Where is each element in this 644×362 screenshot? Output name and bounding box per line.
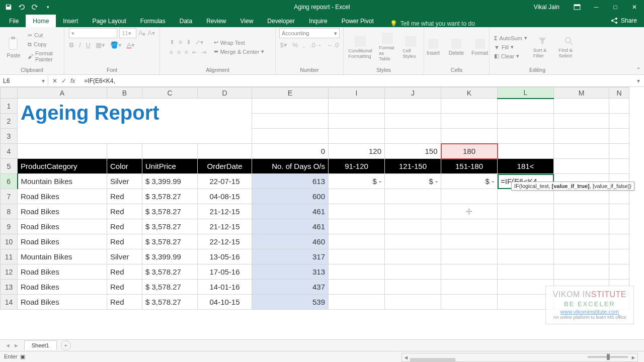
cell[interactable]: 22-07-15	[198, 174, 252, 189]
add-sheet-button[interactable]: +	[61, 340, 71, 350]
indent-dec-button[interactable]: ⇤	[192, 49, 197, 56]
row-header[interactable]: 3	[1, 129, 18, 144]
redo-button[interactable]	[29, 2, 40, 13]
merge-center-button[interactable]: ⬌Merge & Center▾	[212, 48, 266, 55]
tab-data[interactable]: Data	[173, 15, 199, 27]
col-header[interactable]: J	[385, 87, 441, 99]
row-header[interactable]: 12	[1, 264, 18, 280]
cell[interactable]: $ 3,399.99	[142, 174, 198, 189]
fill-button[interactable]: ▼Fill▾	[493, 43, 529, 51]
fx-icon[interactable]: fx	[70, 77, 78, 84]
tell-me-search[interactable]: 💡 Tell me what you want to do	[381, 20, 604, 27]
autosum-button[interactable]: ΣAutoSum▾	[493, 34, 529, 42]
row-header[interactable]: 4	[1, 144, 18, 159]
cell[interactable]: $ 3,578.27	[142, 234, 198, 249]
cell[interactable]: Road Bikes	[18, 264, 107, 280]
align-center-button[interactable]: ≡	[177, 49, 181, 56]
cell[interactable]: Red	[107, 204, 142, 219]
row-header[interactable]: 5	[1, 159, 18, 174]
cell[interactable]: Red	[107, 280, 142, 295]
macro-record-button[interactable]: ▣	[20, 353, 25, 359]
enter-formula-button[interactable]: ✓	[61, 77, 66, 84]
fill-color-button[interactable]: 🪣▾	[110, 41, 122, 49]
copy-button[interactable]: ⧉Copy	[26, 41, 61, 48]
paste-button[interactable]: Paste	[3, 35, 24, 59]
cell[interactable]: Road Bikes	[18, 280, 107, 295]
cell[interactable]: 539	[252, 295, 329, 310]
row-header[interactable]: 8	[1, 204, 18, 219]
cell[interactable]: 17-05-16	[198, 264, 252, 280]
percent-button[interactable]: %	[292, 41, 298, 49]
decrease-decimal-button[interactable]: ←.0	[327, 41, 339, 49]
cell[interactable]: Silver	[107, 174, 142, 189]
cell[interactable]: 21-12-15	[198, 204, 252, 219]
row-header[interactable]: 7	[1, 189, 18, 204]
shrink-font-button[interactable]: A▾	[148, 30, 155, 37]
formula-input[interactable]: =IF(E6<K4,	[82, 76, 633, 86]
col-header[interactable]: N	[609, 87, 629, 99]
number-format-select[interactable]: Accounting▾	[279, 28, 340, 38]
sheet-nav[interactable]: ◄►	[0, 342, 24, 348]
cell[interactable]: $ 3,578.27	[142, 280, 198, 295]
font-size-select[interactable]: 11▾	[119, 28, 136, 38]
cell[interactable]: Silver	[107, 249, 142, 264]
cell[interactable]: $ 3,578.27	[142, 264, 198, 280]
col-header[interactable]: B	[107, 87, 142, 99]
cell[interactable]: 21-12-15	[198, 219, 252, 234]
underline-button[interactable]: U	[86, 41, 91, 49]
minimize-button[interactable]: ─	[587, 0, 606, 14]
expand-formula-button[interactable]: ▾	[633, 77, 644, 84]
tab-view[interactable]: View	[233, 15, 261, 27]
cell[interactable]: 150	[385, 144, 441, 159]
undo-button[interactable]	[16, 2, 27, 13]
cell[interactable]: 22-12-15	[198, 234, 252, 249]
header-cell[interactable]: ProductCategory	[18, 159, 107, 174]
bold-button[interactable]: B	[69, 41, 73, 49]
row-header[interactable]: 1	[1, 99, 18, 114]
tab-review[interactable]: Review	[199, 15, 233, 27]
cell[interactable]: 04-08-15	[198, 189, 252, 204]
cell[interactable]: 613	[252, 174, 329, 189]
cell[interactable]: Road Bikes	[18, 234, 107, 249]
cell[interactable]: $ -	[385, 174, 441, 189]
cell[interactable]: Road Bikes	[18, 295, 107, 310]
comma-button[interactable]: ,	[303, 41, 305, 49]
column-headers[interactable]: A B C D E I J K L M N	[1, 87, 629, 99]
tab-power-pivot[interactable]: Power Pivot	[335, 15, 381, 27]
align-left-button[interactable]: ≡	[170, 49, 173, 56]
select-all-button[interactable]	[1, 87, 18, 99]
col-header[interactable]: A	[18, 87, 107, 99]
cell[interactable]: $ 3,399.99	[142, 249, 198, 264]
font-color-button[interactable]: A▾	[127, 41, 135, 49]
cell[interactable]: $ 3,578.27	[142, 204, 198, 219]
align-bottom-button[interactable]: ⬇	[186, 39, 191, 46]
col-header[interactable]: L	[498, 87, 554, 99]
cell-styles-button[interactable]: Cell Styles	[400, 35, 421, 60]
grow-font-button[interactable]: A▴	[138, 30, 145, 37]
cell[interactable]: Mountain Bikes	[18, 249, 107, 264]
sheet-grid[interactable]: A B C D E I J K L M N 1 Ageing Report 2 …	[0, 87, 629, 310]
col-header[interactable]: I	[329, 87, 385, 99]
tab-formulas[interactable]: Formulas	[133, 15, 173, 27]
cell-K4-referenced[interactable]: 180	[441, 144, 498, 159]
currency-button[interactable]: $▾	[280, 41, 287, 49]
row-header[interactable]: 11	[1, 249, 18, 264]
indent-inc-button[interactable]: ⇥	[201, 49, 206, 56]
header-cell[interactable]: OrderDate	[198, 159, 252, 174]
border-button[interactable]: ▦▾	[96, 41, 105, 49]
cell[interactable]: 0	[252, 144, 329, 159]
conditional-formatting-button[interactable]: Conditional Formatting	[346, 35, 375, 60]
cell[interactable]: 313	[252, 264, 329, 280]
align-middle-button[interactable]: ≡	[179, 39, 182, 46]
worksheet-area[interactable]: A B C D E I J K L M N 1 Ageing Report 2 …	[0, 87, 644, 339]
cell[interactable]: $ -	[329, 174, 385, 189]
row-header[interactable]: 13	[1, 280, 18, 295]
cell[interactable]: 14-01-16	[198, 280, 252, 295]
italic-button[interactable]: I	[79, 41, 81, 49]
close-button[interactable]: ✕	[625, 0, 644, 14]
align-right-button[interactable]: ≡	[185, 49, 188, 56]
clear-button[interactable]: ◧Clear▾	[493, 52, 529, 60]
row-header[interactable]: 9	[1, 219, 18, 234]
align-top-button[interactable]: ⬆	[170, 39, 175, 46]
cell[interactable]: 461	[252, 204, 329, 219]
